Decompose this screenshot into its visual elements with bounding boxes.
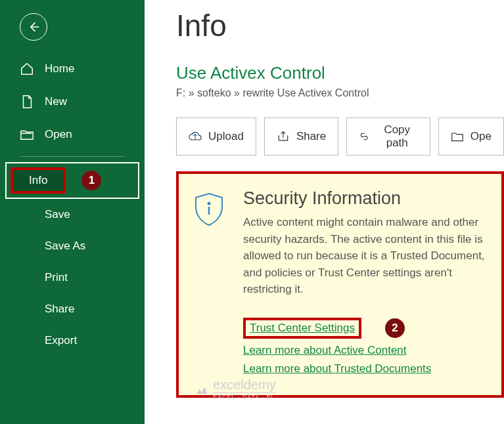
cloud-upload-icon: [189, 130, 202, 143]
nav-save[interactable]: Save: [0, 199, 145, 230]
link-icon: [359, 130, 369, 143]
new-file-icon: [20, 95, 34, 109]
callout-badge-2: 2: [385, 318, 405, 338]
security-text: Active content might contain malware and…: [243, 214, 496, 298]
watermark-icon: [195, 382, 209, 396]
nav-export[interactable]: Export: [0, 325, 145, 356]
button-label: Share: [296, 130, 326, 143]
security-panel: Security Information Active content migh…: [176, 171, 504, 398]
security-heading: Security Information: [243, 188, 496, 209]
home-icon: [20, 62, 34, 76]
trusted-docs-link[interactable]: Learn more about Trusted Documents: [243, 362, 431, 375]
arrow-left-icon: [27, 20, 40, 33]
nav-label: Export: [45, 334, 77, 347]
nav-print[interactable]: Print: [0, 262, 145, 293]
main-panel: Info Use Activex Control F: » softeko » …: [145, 0, 504, 424]
nav-label: Open: [45, 128, 72, 141]
watermark: exceldemy EXCEL · DATA · BI: [195, 377, 276, 400]
nav-home[interactable]: Home: [0, 53, 145, 85]
button-label: Upload: [208, 130, 244, 143]
folder-icon: [451, 130, 464, 143]
nav-label: Save: [45, 208, 70, 221]
nav-label: Save As: [45, 240, 85, 253]
upload-button[interactable]: Upload: [176, 117, 256, 156]
active-content-link[interactable]: Learn more about Active Content: [243, 344, 407, 357]
nav-label: New: [45, 95, 67, 108]
document-title: Use Activex Control: [176, 63, 504, 83]
folder-open-icon: [20, 127, 34, 142]
page-title: Info: [176, 8, 504, 43]
nav-new[interactable]: New: [0, 85, 145, 118]
open-location-button[interactable]: Ope: [438, 117, 504, 156]
button-label: Copy path: [377, 123, 418, 150]
back-button[interactable]: [20, 13, 47, 41]
nav-open[interactable]: Open: [0, 118, 145, 151]
sidebar: Home New Open Info 1 Save Save As Print …: [0, 0, 145, 424]
shield-info-icon: [193, 192, 225, 381]
watermark-sub: EXCEL · DATA · BI: [213, 392, 276, 400]
nav-share[interactable]: Share: [0, 293, 145, 325]
breadcrumb: F: » softeko » rewrite Use Activex Contr…: [176, 87, 504, 99]
sidebar-divider: [20, 156, 125, 157]
nav-info-selected[interactable]: Info 1: [5, 162, 139, 199]
share-button[interactable]: Share: [264, 117, 338, 156]
nav-label: Print: [45, 271, 68, 284]
svg-point-0: [208, 203, 210, 205]
nav-label: Share: [45, 303, 74, 316]
watermark-text: exceldemy: [213, 377, 276, 392]
copy-path-button[interactable]: Copy path: [346, 117, 430, 156]
share-icon: [277, 130, 290, 143]
nav-label: Info: [11, 167, 66, 194]
trust-center-link[interactable]: Trust Center Settings: [250, 322, 355, 334]
callout-badge-1: 1: [81, 171, 101, 190]
toolbar: Upload Share Copy path Ope: [176, 117, 504, 156]
button-label: Ope: [470, 130, 492, 143]
nav-label: Home: [45, 62, 74, 75]
nav-save-as[interactable]: Save As: [0, 230, 145, 262]
